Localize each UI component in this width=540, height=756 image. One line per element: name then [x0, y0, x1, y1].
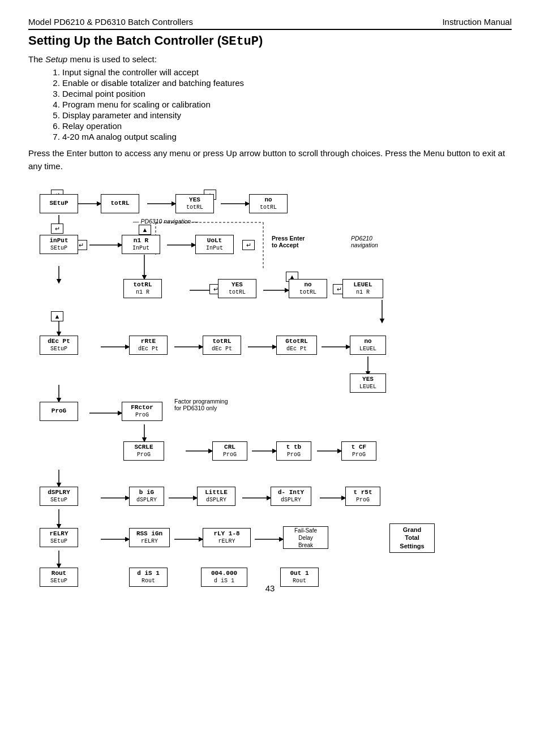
relay-box: rELRY SEtuP	[40, 528, 78, 547]
list-item: Program menu for scaling or calibration	[62, 100, 512, 109]
big-box: b iG dSPLRY	[129, 487, 164, 506]
factor-prog-note: Factor programmingfor PD6310 only	[174, 398, 228, 411]
factor-prog-box: FRctor ProG	[122, 402, 162, 421]
004000-box: 004.000 d iS 1	[201, 568, 247, 587]
dis1-box: d iS 1 Rout	[129, 568, 168, 587]
t-cf-box: t CF ProG	[341, 441, 376, 461]
rly-box: rLY 1-8 rELRY	[203, 528, 251, 547]
little-box: LittLE dSPLRY	[197, 487, 235, 506]
no-total-box: no totRL	[249, 194, 288, 213]
list-item: Enable or disable totalizer and batching…	[62, 78, 512, 88]
pd6310-nav-label: — PD6310 navigation —	[133, 218, 199, 225]
header-line: Model PD6210 & PD6310 Batch Controllers …	[28, 17, 512, 30]
list-item: Display parameter and intensity	[62, 110, 512, 120]
assign-relay-box: RSS iGn rELRY	[129, 528, 170, 547]
rate-dec-box: rRtE dEc Pt	[129, 336, 168, 355]
yes-level-box: YES LEUEL	[350, 373, 386, 393]
total-box: totRL	[101, 194, 139, 213]
t-tb-box: t tb ProG	[276, 441, 311, 461]
header-right: Instruction Manual	[442, 17, 512, 27]
diagram: ↵ ▲ SEtuP totRL YES totRL no totRL — PD6…	[28, 184, 515, 574]
header-left: Model PD6210 & PD6310 Batch Controllers	[28, 17, 193, 27]
no-level-box: no LEUEL	[350, 336, 386, 355]
up-arrow-4: ▲	[51, 311, 63, 321]
up-arrow-2: ▲	[139, 225, 151, 235]
display-box: dSPLRY SEtuP	[40, 487, 78, 506]
level-nr-box: LEUEL n1 R	[342, 279, 383, 298]
t-rst-box: t r5t ProG	[345, 487, 380, 506]
scale-prog-box: SCRLE ProG	[123, 441, 164, 461]
nr-a-box: n1 R InPut	[122, 235, 160, 254]
pd6210-nav-label: PD6210navigation	[351, 235, 378, 248]
grand-total-box: GrandTotalSettings	[389, 523, 435, 553]
list-item: Decimal point position	[62, 89, 512, 98]
input-box: inPut SEtuP	[40, 235, 78, 254]
out1-box: 0ut 1 Rout	[280, 568, 319, 587]
press-text: Press the Enter button to access any men…	[28, 147, 512, 173]
total-dec-box: totRL dEc Pt	[203, 336, 241, 355]
page-title: Setting Up the Batch Controller (SEtuP)	[28, 33, 512, 49]
yes-total-box: YES totRL	[175, 194, 214, 213]
enter-icon-4: ↵	[242, 240, 255, 250]
page-number: 43	[28, 583, 512, 593]
aout-box: Rout SEtuP	[40, 568, 78, 587]
d-inty-box: d- IntY dSPLRY	[271, 487, 311, 506]
volt-box: UoLt InPut	[195, 235, 234, 254]
gtotal-dec-box: GtotRL dEc Pt	[276, 336, 317, 355]
setup-box: SEtuP	[40, 194, 78, 213]
failsafe-box: Fail-Safe Delay Break	[283, 526, 328, 549]
yes-total2-box: YES totRL	[218, 279, 256, 298]
no-total2-box: no totRL	[289, 279, 327, 298]
prog-box: ProG	[40, 402, 78, 421]
enter-icon-2: ↵	[51, 224, 63, 234]
dec-pt-box: dEc Pt SEtuP	[40, 336, 78, 355]
setup-list: Input signal the controller will accept …	[62, 67, 512, 141]
intro-text: The Setup menu is used to select:	[28, 54, 512, 64]
cal-prog-box: CRL ProG	[212, 441, 247, 461]
press-enter-label: Press Enterto Accept	[272, 235, 305, 248]
list-item: Relay operation	[62, 121, 512, 131]
list-item: Input signal the controller will accept	[62, 67, 512, 77]
list-item: 4-20 mA analog output scaling	[62, 132, 512, 141]
total-nr-box: totRL n1 R	[123, 279, 162, 298]
